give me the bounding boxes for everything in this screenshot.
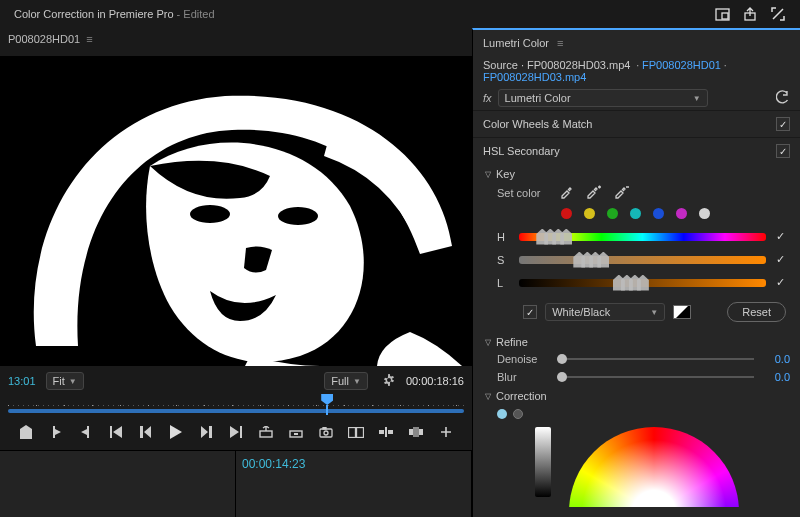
reset-key-button[interactable]: Reset xyxy=(727,302,786,322)
play-button[interactable] xyxy=(165,422,187,442)
section-wheels[interactable]: Color Wheels & Match xyxy=(473,110,800,137)
swatch[interactable] xyxy=(676,208,687,219)
reset-effect-icon[interactable] xyxy=(776,90,790,106)
sat-check[interactable]: ✓ xyxy=(776,253,790,266)
source-prefix: Source · xyxy=(483,59,527,71)
zoom-select[interactable]: Fit▼ xyxy=(46,372,84,390)
section-hsl-title: HSL Secondary xyxy=(483,145,560,157)
correction-wheel-area xyxy=(535,427,739,507)
lower-left-panel[interactable] xyxy=(0,451,236,517)
extract-button[interactable] xyxy=(285,422,307,442)
denoise-slider[interactable] xyxy=(557,358,754,360)
colorview-toggle[interactable] xyxy=(523,305,537,319)
svg-rect-11 xyxy=(349,427,356,437)
monitor-info-row: 13:01 Fit▼ Full▼ 00:00:18:16 xyxy=(0,366,472,394)
disclosure-icon: ▽ xyxy=(485,170,491,179)
set-color-label: Set color xyxy=(497,187,551,199)
snap-window-button[interactable] xyxy=(710,2,734,26)
swatch[interactable] xyxy=(584,208,595,219)
playhead[interactable] xyxy=(321,394,333,414)
source-clip: FP008028HD03.mp4 xyxy=(527,59,630,71)
fullscreen-button[interactable] xyxy=(766,2,790,26)
panel-title[interactable]: Lumetri Color xyxy=(483,37,549,49)
correction-mode-wheel[interactable] xyxy=(497,409,507,419)
lum-slider[interactable] xyxy=(519,279,766,287)
lum-slider-row: L ✓ xyxy=(473,271,800,294)
section-wheels-toggle[interactable] xyxy=(776,117,790,131)
svg-point-5 xyxy=(278,207,318,225)
section-hsl[interactable]: HSL Secondary xyxy=(473,137,800,164)
hue-check[interactable]: ✓ xyxy=(776,230,790,243)
colorview-select[interactable]: White/Black ▼ xyxy=(545,303,665,321)
mark-out-button[interactable] xyxy=(75,422,97,442)
swatch[interactable] xyxy=(653,208,664,219)
chain-link-1[interactable]: FP008028HD01 xyxy=(642,59,721,71)
resolution-label: Full xyxy=(331,375,349,387)
timeline-timecode[interactable]: 00:00:14:23 xyxy=(242,457,305,471)
svg-rect-8 xyxy=(320,429,332,437)
overwrite-button[interactable] xyxy=(405,422,427,442)
panel-menu-icon[interactable]: ≡ xyxy=(557,37,563,49)
time-ruler[interactable] xyxy=(8,394,464,416)
eyedropper-add-icon[interactable] xyxy=(585,185,601,201)
insert-button[interactable] xyxy=(375,422,397,442)
fx-badge[interactable]: fx xyxy=(483,92,492,104)
chevron-down-icon: ▼ xyxy=(693,94,701,103)
lum-check[interactable]: ✓ xyxy=(776,276,790,289)
blur-value[interactable]: 0.0 xyxy=(764,371,790,383)
timecode-current[interactable]: 13:01 xyxy=(8,375,36,387)
panel-menu-icon[interactable]: ≡ xyxy=(86,33,92,45)
monitor-tab[interactable]: P008028HD01 xyxy=(8,33,80,45)
hue-slider[interactable] xyxy=(519,233,766,241)
add-marker-button[interactable] xyxy=(15,422,37,442)
step-back-button[interactable] xyxy=(135,422,157,442)
program-video[interactable] xyxy=(0,56,472,366)
correction-header[interactable]: ▽Correction xyxy=(473,386,800,404)
colorview-label: White/Black xyxy=(552,306,650,318)
preview-image xyxy=(0,56,472,366)
correction-mode-curves[interactable] xyxy=(513,409,523,419)
window-title: Color Correction in Premiere Pro - Edite… xyxy=(14,7,706,21)
resolution-select[interactable]: Full▼ xyxy=(324,372,368,390)
eyedropper-remove-icon[interactable] xyxy=(613,185,629,201)
lower-panels: 00:00:14:23 xyxy=(0,450,472,517)
share-button[interactable] xyxy=(738,2,762,26)
go-to-in-button[interactable] xyxy=(105,422,127,442)
button-editor[interactable] xyxy=(435,422,457,442)
swatch[interactable] xyxy=(607,208,618,219)
timecode-duration[interactable]: 00:00:18:16 xyxy=(406,375,464,387)
denoise-value[interactable]: 0.0 xyxy=(764,353,790,365)
key-header[interactable]: ▽Key xyxy=(473,164,800,182)
refine-header[interactable]: ▽Refine xyxy=(473,332,800,350)
chain-link-2[interactable]: FP008028HD03.mp4 xyxy=(483,71,586,83)
hue-label: H xyxy=(497,231,509,243)
midtone-color-wheel[interactable] xyxy=(569,427,739,507)
export-frame-button[interactable] xyxy=(315,422,337,442)
mark-in-button[interactable] xyxy=(45,422,67,442)
eyedropper-icon[interactable] xyxy=(559,185,573,201)
sat-slider-row: S ✓ xyxy=(473,248,800,271)
section-wheels-title: Color Wheels & Match xyxy=(483,118,592,130)
work-area-bar[interactable] xyxy=(8,409,464,413)
blur-slider[interactable] xyxy=(557,376,754,378)
midtone-luma-slider[interactable] xyxy=(535,427,551,497)
svg-point-4 xyxy=(190,205,230,223)
effect-select[interactable]: Lumetri Color ▼ xyxy=(498,89,708,107)
swatch[interactable] xyxy=(699,208,710,219)
swatch[interactable] xyxy=(561,208,572,219)
program-monitor-pane: P008028HD01 ≡ xyxy=(0,28,472,517)
comparison-view-button[interactable] xyxy=(345,422,367,442)
step-fwd-button[interactable] xyxy=(195,422,217,442)
section-hsl-toggle[interactable] xyxy=(776,144,790,158)
swatch[interactable] xyxy=(630,208,641,219)
sat-label: S xyxy=(497,254,509,266)
settings-icon[interactable] xyxy=(382,373,396,389)
chevron-down-icon: ▼ xyxy=(69,377,77,386)
sat-slider[interactable] xyxy=(519,256,766,264)
lower-right-panel[interactable]: 00:00:14:23 xyxy=(236,451,472,517)
svg-rect-6 xyxy=(260,431,272,437)
go-to-out-button[interactable] xyxy=(225,422,247,442)
invert-mask-icon[interactable] xyxy=(673,305,691,319)
lift-button[interactable] xyxy=(255,422,277,442)
title-text: Color Correction in Premiere Pro xyxy=(14,8,174,20)
